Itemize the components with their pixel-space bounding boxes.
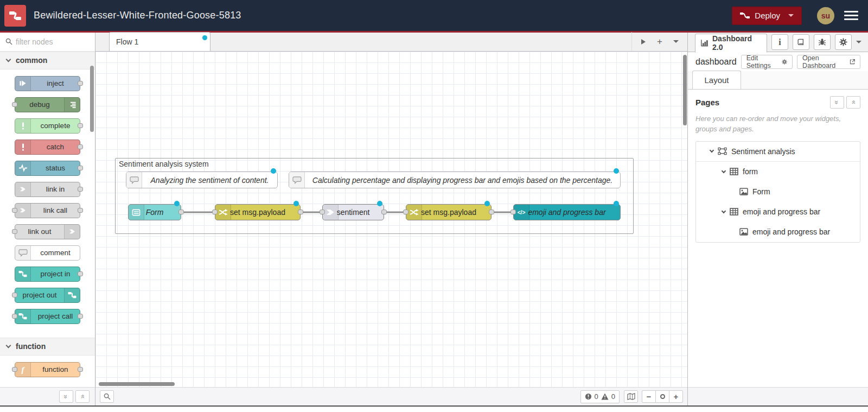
chevron-down-icon[interactable] bbox=[722, 208, 726, 213]
input-port[interactable] bbox=[320, 210, 325, 214]
palette-node-status[interactable]: status bbox=[15, 161, 80, 176]
output-port bbox=[78, 81, 83, 86]
zoom-in-button[interactable]: + bbox=[669, 390, 683, 403]
zoom-reset-button[interactable] bbox=[655, 390, 669, 403]
palette-node-project-out[interactable]: project out bbox=[15, 288, 80, 303]
changed-dot bbox=[174, 201, 180, 206]
external-link-icon bbox=[850, 59, 855, 65]
palette-node-catch[interactable]: catch bbox=[15, 140, 80, 155]
input-port bbox=[12, 293, 17, 297]
pages-panel: Pages » » Here you can re-order and move… bbox=[688, 90, 868, 387]
comment-node[interactable]: Analyzing the sentiment of content. bbox=[126, 172, 278, 188]
tab-dashboard-2[interactable]: Dashboard 2.0 bbox=[695, 34, 767, 53]
output-port[interactable] bbox=[298, 210, 303, 214]
palette-category-function[interactable]: function bbox=[0, 338, 95, 356]
palette-scrollbar[interactable] bbox=[90, 66, 94, 132]
deploy-button[interactable]: Deploy bbox=[732, 7, 802, 25]
tree-item-Sentiment-analysis[interactable]: Sentiment analysis bbox=[696, 142, 860, 162]
canvas-vscrollbar[interactable] bbox=[683, 55, 687, 125]
output-port bbox=[78, 367, 83, 372]
input-port[interactable] bbox=[403, 210, 409, 214]
output-port[interactable] bbox=[489, 210, 494, 214]
info-tab-button[interactable]: i bbox=[771, 34, 788, 50]
user-avatar[interactable]: su bbox=[817, 7, 834, 24]
palette-node-link-in[interactable]: link in bbox=[15, 182, 80, 197]
palette-collapse-all-button[interactable]: » bbox=[59, 390, 73, 403]
node-red-app: Bewildered-Lesser-White-Fronted-Goose-58… bbox=[0, 0, 868, 412]
output-port[interactable] bbox=[381, 210, 387, 214]
form-icon bbox=[129, 205, 144, 220]
tree-item-label: Sentiment analysis bbox=[731, 147, 795, 156]
palette-node-debug[interactable]: debug bbox=[15, 97, 80, 112]
chevron-down-icon bbox=[6, 343, 11, 348]
palette-node-link-call[interactable]: link call bbox=[15, 203, 80, 218]
notification-counts[interactable]: 0 0 bbox=[580, 390, 620, 403]
palette-node-complete[interactable]: complete bbox=[15, 118, 80, 134]
main-menu-icon[interactable] bbox=[844, 9, 858, 22]
pages-collapse-all-button[interactable]: » bbox=[830, 96, 844, 109]
deploy-icon bbox=[740, 11, 750, 20]
input-port[interactable] bbox=[510, 210, 516, 214]
input-port[interactable] bbox=[212, 210, 218, 214]
flow-canvas[interactable]: Sentiment analysis systemAnalyzing the s… bbox=[95, 52, 687, 387]
tab-layout[interactable]: Layout bbox=[692, 71, 741, 89]
flow-node-emoji-and-progress-bar[interactable]: </>emoji and progress bar bbox=[513, 204, 621, 220]
error-icon bbox=[585, 393, 592, 400]
palette-node-link-out[interactable]: link out bbox=[15, 224, 80, 239]
pages-expand-all-button[interactable]: » bbox=[846, 96, 860, 109]
flow-list-button[interactable] bbox=[669, 35, 683, 48]
open-dashboard-button[interactable]: Open Dashboard bbox=[797, 55, 860, 69]
sidebar-footer bbox=[688, 387, 868, 405]
palette-expand-all-button[interactable]: » bbox=[75, 390, 90, 403]
project-icon bbox=[64, 288, 80, 302]
output-port bbox=[78, 208, 83, 213]
flow-node-label: emoji and progress bar bbox=[514, 208, 620, 217]
tab-scroll-right-button[interactable] bbox=[636, 35, 650, 48]
debug-tab-button[interactable] bbox=[814, 34, 831, 50]
flow-node-set-msg.payload[interactable]: set msg.payload bbox=[215, 204, 301, 220]
canvas-hscrollbar[interactable] bbox=[99, 382, 175, 386]
pages-help-text: Here you can re-order and move your widg… bbox=[695, 114, 860, 135]
tree-item-form[interactable]: form bbox=[696, 162, 860, 182]
project-icon bbox=[15, 309, 31, 324]
palette-category-common[interactable]: common bbox=[0, 52, 95, 69]
template-icon: </> bbox=[514, 205, 529, 220]
palette-node-project-call[interactable]: project call bbox=[15, 309, 80, 324]
deploy-label: Deploy bbox=[755, 11, 780, 20]
chevron-down-icon[interactable] bbox=[710, 148, 714, 153]
bug-icon bbox=[818, 38, 826, 46]
gear-icon bbox=[839, 38, 847, 46]
tree-item-emoji-and-progress-bar[interactable]: emoji and progress bar bbox=[696, 222, 860, 242]
add-flow-button[interactable]: + bbox=[653, 35, 667, 48]
flow-node-set-msg.payload[interactable]: set msg.payload bbox=[406, 204, 492, 220]
tree-item-Form[interactable]: Form bbox=[696, 182, 860, 202]
tree-item-label: form bbox=[743, 167, 758, 176]
link-icon bbox=[64, 225, 80, 239]
palette-search[interactable]: filter nodes bbox=[0, 33, 95, 52]
flow-node-sentiment[interactable]: sentiment bbox=[322, 204, 384, 220]
edit-settings-button[interactable]: Edit Settings bbox=[741, 55, 793, 69]
svg-text:</>: </> bbox=[518, 210, 526, 215]
palette-node-comment[interactable]: comment bbox=[15, 245, 80, 261]
palette-node-function[interactable]: ffunction bbox=[15, 362, 80, 377]
deploy-caret-icon[interactable] bbox=[788, 14, 794, 17]
comment-node[interactable]: Calculating percentage and displaying pr… bbox=[289, 172, 621, 188]
comment-icon bbox=[289, 172, 305, 188]
link-icon bbox=[15, 204, 31, 218]
flow-node-Form[interactable]: Form bbox=[128, 204, 181, 220]
navigator-button[interactable] bbox=[624, 390, 638, 403]
config-tab-button[interactable] bbox=[835, 34, 852, 50]
chevron-down-icon[interactable] bbox=[722, 168, 726, 173]
zoom-out-button[interactable]: − bbox=[642, 390, 656, 403]
palette-node-inject[interactable]: inject bbox=[15, 76, 80, 91]
tree-item-emoji-and-progress-bar[interactable]: emoji and progress bar bbox=[696, 202, 860, 222]
tab-flow-1[interactable]: Flow 1 bbox=[109, 32, 210, 51]
input-port bbox=[12, 229, 17, 234]
project-icon bbox=[15, 267, 31, 281]
change-icon bbox=[406, 205, 422, 220]
canvas-search-button[interactable] bbox=[100, 390, 114, 403]
palette-node-project-in[interactable]: project in bbox=[15, 267, 80, 282]
sidebar-tab-list-icon[interactable] bbox=[856, 41, 861, 43]
output-port[interactable] bbox=[178, 210, 184, 214]
help-tab-button[interactable] bbox=[793, 34, 809, 50]
